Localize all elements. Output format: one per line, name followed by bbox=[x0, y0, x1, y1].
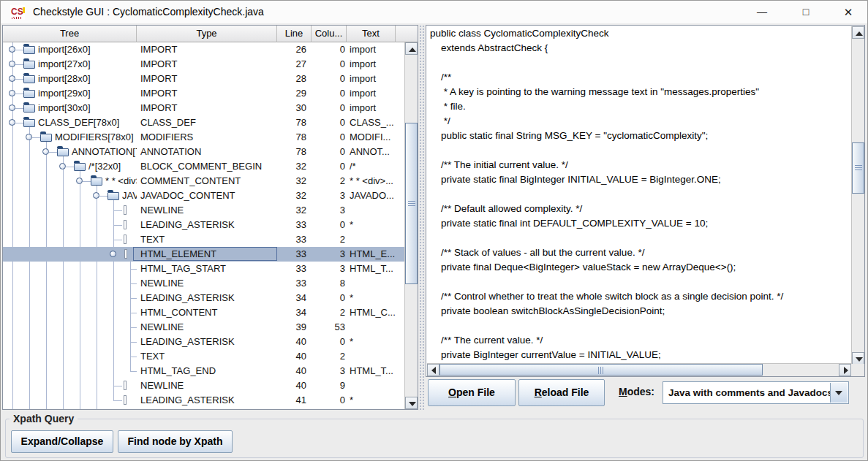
code-line bbox=[427, 187, 851, 202]
expanded-handle-icon[interactable] bbox=[110, 251, 116, 257]
scroll-down-button[interactable] bbox=[852, 352, 864, 365]
cell-text bbox=[350, 203, 404, 218]
tree-leaf-dash bbox=[130, 342, 137, 343]
tree-cell: CLASS_DEF[78x0] bbox=[3, 115, 137, 130]
cell-type: CLASS_DEF bbox=[140, 115, 276, 130]
tree-table-row[interactable]: import[26x0]IMPORT260import bbox=[3, 42, 404, 57]
cell-type: JAVADOC_CONTENT bbox=[140, 188, 276, 203]
expand-collapse-button[interactable]: Expand/Collapse bbox=[11, 430, 113, 453]
tree-table-row[interactable]: NEWLINE338 bbox=[3, 276, 404, 291]
maximize-button[interactable]: □ bbox=[789, 1, 823, 23]
collapsed-handle-icon[interactable] bbox=[9, 104, 15, 111]
logo-text: CS bbox=[11, 7, 23, 17]
tree-table-row[interactable]: CLASS_DEF[78x0]CLASS_DEF780CLASS_... bbox=[3, 115, 404, 130]
tree-table-row[interactable]: ANNOTATION[78x0]ANNOTATION780ANNOT... bbox=[3, 145, 404, 159]
tree-cell bbox=[3, 203, 137, 218]
cell-column: 2 bbox=[312, 305, 345, 320]
combobox-dropdown-button[interactable] bbox=[830, 383, 848, 403]
tree-handle-dash bbox=[15, 123, 23, 123]
code-vertical-scrollbar[interactable] bbox=[851, 26, 864, 365]
code-line: /** The initial current value. */ bbox=[427, 158, 851, 172]
cell-type: IMPORT bbox=[140, 101, 276, 115]
cell-line: 32 bbox=[277, 159, 306, 174]
collapsed-handle-icon[interactable] bbox=[9, 75, 15, 82]
code-horizontal-scrollbar[interactable] bbox=[427, 363, 851, 376]
code-hscrollbar-thumb[interactable] bbox=[439, 364, 763, 376]
cell-type: HTML_ELEMENT bbox=[140, 247, 276, 262]
tree-table-row[interactable]: LEADING_ASTERISK330* bbox=[3, 218, 404, 232]
expanded-handle-icon[interactable] bbox=[9, 119, 15, 126]
tree-table-row[interactable]: import[28x0]IMPORT280import bbox=[3, 72, 404, 86]
tree-table-row[interactable]: HTML_CONTENT342HTML_C... bbox=[3, 305, 404, 320]
code-text-area[interactable]: public class CyclomaticComplexityCheck e… bbox=[427, 26, 851, 364]
expanded-handle-icon[interactable] bbox=[59, 163, 66, 169]
cell-column: 0 bbox=[312, 159, 345, 174]
code-line: */ bbox=[427, 114, 851, 129]
collapsed-handle-icon[interactable] bbox=[9, 46, 15, 53]
tree-scrollbar-thumb[interactable] bbox=[405, 123, 418, 284]
tree-table-row[interactable]: import[27x0]IMPORT270import bbox=[3, 57, 404, 72]
tree-table-row[interactable]: NEWLINE409 bbox=[3, 378, 404, 393]
reload-file-button[interactable]: Reload File bbox=[518, 379, 605, 406]
column-header-text[interactable]: Text bbox=[347, 26, 396, 42]
column-header-column[interactable]: Colu... bbox=[312, 26, 347, 42]
tree-table-row[interactable]: TEXT332 bbox=[3, 232, 404, 247]
tree-cell bbox=[3, 349, 137, 364]
code-line: /** Default allowed complexity. */ bbox=[427, 202, 851, 216]
tree-vertical-scrollbar[interactable] bbox=[404, 42, 418, 409]
tree-handle-dash bbox=[49, 152, 57, 153]
column-header-line[interactable]: Line bbox=[277, 26, 312, 42]
tree-table-row[interactable]: NEWLINE323 bbox=[3, 203, 404, 218]
leaf-node-icon bbox=[124, 395, 127, 405]
minimize-button[interactable]: — bbox=[745, 1, 779, 23]
collapsed-handle-icon[interactable] bbox=[9, 90, 15, 96]
tree-table-row[interactable]: MODIFIERS[78x0]MODIFIERS780MODIFI... bbox=[3, 130, 404, 145]
scroll-right-button[interactable] bbox=[839, 364, 851, 376]
tree-node-label: import[30x0] bbox=[38, 101, 91, 115]
cell-text bbox=[350, 320, 404, 335]
tree-cell bbox=[3, 247, 137, 262]
tree-table-row[interactable]: LEADING_ASTERISK410* bbox=[3, 393, 404, 408]
tree-table-row[interactable]: import[29x0]IMPORT290import bbox=[3, 86, 404, 101]
tree-table-row[interactable]: LEADING_ASTERISK340* bbox=[3, 291, 404, 305]
tree-table-row[interactable]: * * <div>...[32x2]COMMENT_CONTENT322* * … bbox=[3, 174, 404, 188]
open-file-button[interactable]: Open File bbox=[428, 379, 516, 406]
tree-table-row[interactable]: LEADING_ASTERISK400* bbox=[3, 335, 404, 349]
modes-combobox[interactable]: Java with comments and Javadocs bbox=[663, 381, 849, 404]
tree-table-row[interactable]: HTML_ELEMENT333HTML_E... bbox=[3, 247, 404, 262]
scroll-down-button[interactable] bbox=[405, 397, 418, 409]
find-node-by-xpath-button[interactable]: Find node by Xpath bbox=[118, 430, 233, 453]
scroll-left-button[interactable] bbox=[427, 364, 439, 376]
cell-type: HTML_CONTENT bbox=[140, 305, 276, 320]
tree-handle-dash bbox=[15, 79, 23, 80]
split-pane-divider[interactable] bbox=[419, 25, 425, 410]
tree-table-row[interactable]: HTML_TAG_START333HTML_T... bbox=[3, 262, 404, 276]
cell-text: * bbox=[350, 335, 404, 349]
expanded-handle-icon[interactable] bbox=[26, 134, 32, 140]
tree-node-label: import[27x0] bbox=[38, 57, 91, 72]
scroll-up-button[interactable] bbox=[852, 26, 864, 39]
cell-text: import bbox=[350, 57, 404, 72]
tree-table-row[interactable]: import[30x0]IMPORT300import bbox=[3, 101, 404, 115]
expanded-handle-icon[interactable] bbox=[42, 148, 49, 155]
tree-table-row[interactable]: TEXT402 bbox=[3, 349, 404, 364]
column-header-tree[interactable]: Tree bbox=[3, 26, 137, 42]
cell-line: 33 bbox=[277, 262, 306, 276]
code-scrollbar-thumb[interactable] bbox=[852, 142, 864, 194]
folder-icon bbox=[91, 178, 102, 186]
tree-table-row[interactable]: HTML_TAG_END403HTML_T... bbox=[3, 364, 404, 378]
tree-table-row[interactable]: NEWLINE3953 bbox=[3, 320, 404, 335]
cell-text bbox=[350, 232, 404, 247]
tree-table-row[interactable]: JAVADOC_CONTENT[32x3]JAVADOC_CONTENT323J… bbox=[3, 188, 404, 203]
cell-type: ANNOTATION bbox=[140, 145, 276, 159]
expanded-handle-icon[interactable] bbox=[93, 192, 99, 199]
tree-table-row[interactable]: /*[32x0]BLOCK_COMMENT_BEGIN320/* bbox=[3, 159, 404, 174]
collapsed-handle-icon[interactable] bbox=[9, 61, 15, 67]
cell-type: LEADING_ASTERISK bbox=[140, 291, 276, 305]
arrow-right-icon bbox=[844, 367, 848, 374]
column-header-type[interactable]: Type bbox=[137, 26, 277, 42]
expanded-handle-icon[interactable] bbox=[76, 178, 83, 184]
scroll-up-button[interactable] bbox=[405, 42, 418, 55]
tree-handle-dash bbox=[15, 94, 23, 94]
close-button[interactable]: ✕ bbox=[831, 1, 865, 23]
